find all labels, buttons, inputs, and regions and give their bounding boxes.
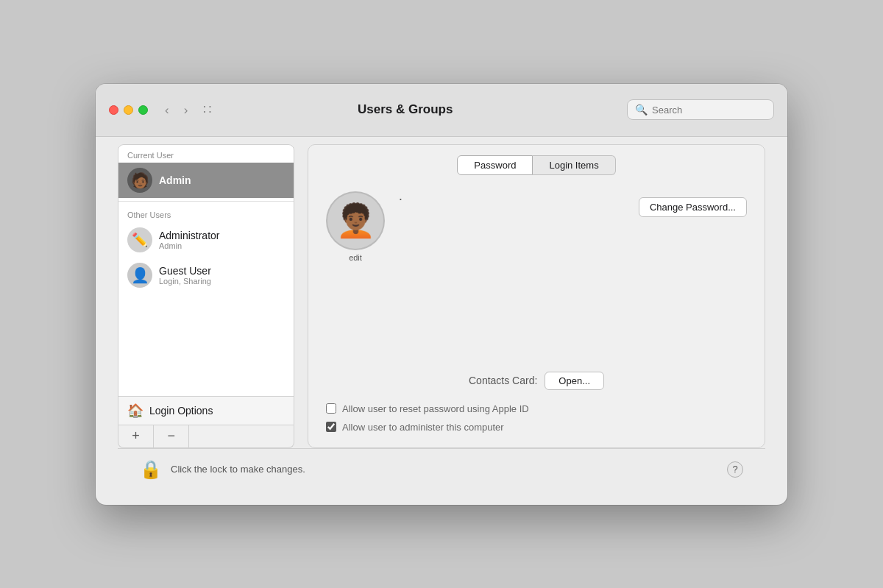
administrator-icon: ✏️ xyxy=(132,232,148,248)
profile-avatar[interactable]: 🧑🏾‍🦱 xyxy=(326,191,385,250)
admin-name: Admin xyxy=(159,174,191,186)
current-user-label: Current User xyxy=(118,145,294,163)
guest-icon: 👤 xyxy=(131,266,149,284)
checkbox-administer-label: Allow user to administer this computer xyxy=(342,422,504,433)
guest-avatar: 👤 xyxy=(127,263,152,288)
sidebar: Current User 🧑🏾 Admin Other Users ✏️ xyxy=(118,144,294,448)
detail-panel: Password Login Items 🧑🏾‍🦱 edit • xyxy=(308,144,765,448)
administrator-avatar: ✏️ xyxy=(127,227,152,252)
detail-spacer xyxy=(308,272,765,350)
search-icon: 🔍 xyxy=(635,104,648,116)
guest-name: Guest User xyxy=(159,265,211,277)
contacts-card-label: Contacts Card: xyxy=(469,375,537,386)
guest-user-info: Guest User Login, Sharing xyxy=(159,265,211,286)
checkbox-reset-password-label: Allow user to reset password using Apple… xyxy=(342,403,529,414)
main-area: Current User 🧑🏾 Admin Other Users ✏️ xyxy=(118,144,765,448)
contacts-row: Contacts Card: Open... xyxy=(308,372,765,397)
checkbox-reset-password[interactable] xyxy=(326,403,336,414)
lock-icon[interactable]: 🔒 xyxy=(140,459,162,480)
profile-info: • xyxy=(400,191,624,210)
main-window: ‹ › ∷ Users & Groups 🔍 Current User 🧑🏾 xyxy=(96,84,787,505)
checkbox-row-0: Allow user to reset password using Apple… xyxy=(326,403,747,414)
checkboxes-area: Allow user to reset password using Apple… xyxy=(308,397,765,447)
sidebar-divider-1 xyxy=(118,201,294,202)
sidebar-item-admin[interactable]: 🧑🏾 Admin xyxy=(118,163,294,198)
profile-avatar-container: 🧑🏾‍🦱 edit xyxy=(326,191,385,262)
search-box[interactable]: 🔍 xyxy=(627,99,774,120)
login-options-row[interactable]: 🏠 Login Options xyxy=(118,396,294,425)
change-password-button[interactable]: Change Password... xyxy=(639,197,747,217)
open-button[interactable]: Open... xyxy=(545,372,604,390)
window-title: Users & Groups xyxy=(220,102,590,117)
search-input[interactable] xyxy=(652,105,766,116)
home-icon: 🏠 xyxy=(127,403,143,419)
bottom-bar: 🔒 Click the lock to make changes. ? xyxy=(118,448,765,490)
sidebar-list: Current User 🧑🏾 Admin Other Users ✏️ xyxy=(118,144,294,425)
grid-icon: ∷ xyxy=(203,102,211,118)
tab-password[interactable]: Password xyxy=(457,155,533,175)
maximize-button[interactable] xyxy=(138,105,148,115)
lock-text: Click the lock to make changes. xyxy=(171,464,305,475)
traffic-lights xyxy=(109,105,148,115)
sidebar-item-guest[interactable]: 👤 Guest User Login, Sharing xyxy=(118,258,294,293)
sidebar-btn-spacer xyxy=(189,425,294,447)
sidebar-spacer xyxy=(118,293,294,396)
admin-user-info: Admin xyxy=(159,174,191,186)
add-user-button[interactable]: + xyxy=(118,425,154,447)
admin-memoji: 🧑🏾 xyxy=(131,171,149,189)
guest-role: Login, Sharing xyxy=(159,277,211,286)
administrator-name: Administrator xyxy=(159,230,219,241)
password-dot: • xyxy=(400,196,624,202)
profile-memoji: 🧑🏾‍🦱 xyxy=(336,205,376,237)
content-area: Current User 🧑🏾 Admin Other Users ✏️ xyxy=(96,137,787,505)
sidebar-item-administrator[interactable]: ✏️ Administrator Admin xyxy=(118,222,294,258)
close-button[interactable] xyxy=(109,105,118,115)
sidebar-buttons: + − xyxy=(118,425,294,448)
tab-login-items[interactable]: Login Items xyxy=(533,155,615,175)
back-button[interactable]: ‹ xyxy=(161,102,173,118)
administrator-user-info: Administrator Admin xyxy=(159,230,219,250)
checkbox-administer[interactable] xyxy=(326,422,336,432)
edit-label: edit xyxy=(349,253,362,262)
forward-button[interactable]: › xyxy=(180,102,192,118)
help-button[interactable]: ? xyxy=(727,461,743,478)
admin-avatar: 🧑🏾 xyxy=(127,168,152,193)
profile-area: 🧑🏾‍🦱 edit • Change Password... xyxy=(308,175,765,272)
administrator-role: Admin xyxy=(159,241,219,250)
login-options-label: Login Options xyxy=(149,405,213,417)
remove-user-button[interactable]: − xyxy=(154,425,189,447)
titlebar: ‹ › ∷ Users & Groups 🔍 xyxy=(96,84,787,137)
checkbox-row-1: Allow user to administer this computer xyxy=(326,422,747,433)
profile-actions: Change Password... xyxy=(639,197,747,217)
other-users-label: Other Users xyxy=(118,205,294,222)
tabs-row: Password Login Items xyxy=(308,145,765,175)
minimize-button[interactable] xyxy=(124,105,133,115)
